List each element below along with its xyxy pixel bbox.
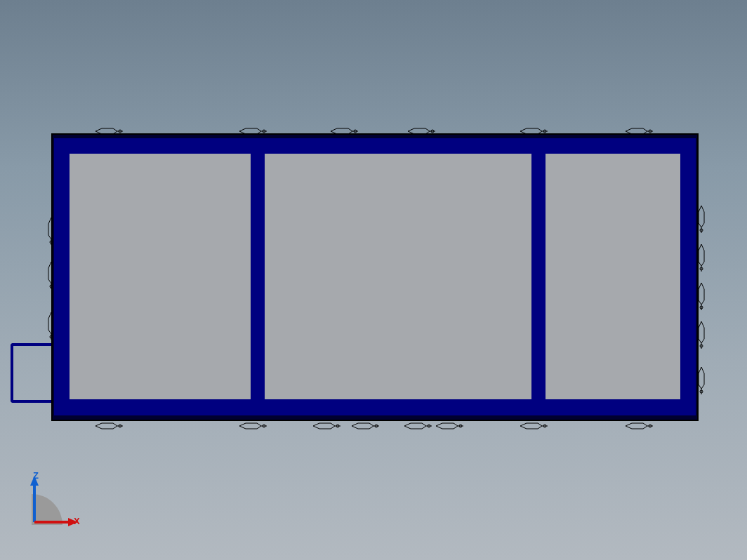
clamp-bot-5 (402, 420, 434, 429)
clamp-bot-8 (623, 420, 655, 429)
clamp-bot-3 (311, 420, 343, 429)
panel-2[interactable] (265, 154, 531, 399)
coordinate-triad[interactable]: Z X (32, 470, 88, 525)
clamp-bot-2 (237, 420, 269, 429)
handle-bar (11, 343, 51, 403)
model-container[interactable] (51, 130, 701, 425)
frame-inner (70, 154, 680, 399)
panel-3[interactable] (546, 154, 680, 399)
axis-z-label: Z (33, 470, 39, 481)
clamp-bot-7 (518, 420, 550, 429)
clamp-bot-1 (93, 420, 125, 429)
axis-x-label: X (74, 516, 80, 526)
clamp-bot-4 (350, 420, 381, 429)
clamp-bot-6 (434, 420, 465, 429)
panel-1[interactable] (70, 154, 251, 399)
frame-outer[interactable] (54, 138, 696, 415)
cad-viewport[interactable]: Z X (0, 0, 747, 560)
